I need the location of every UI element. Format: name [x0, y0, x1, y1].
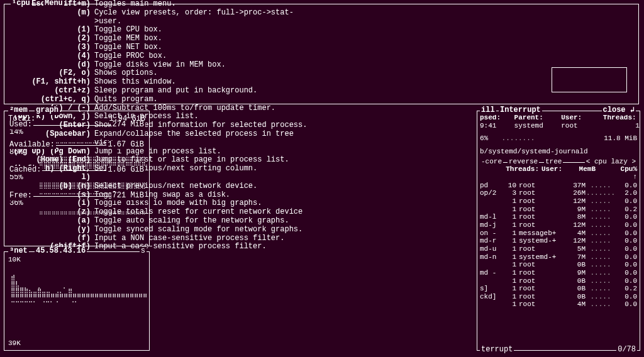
col-cpu[interactable]: Cpu% ↑: [616, 165, 637, 181]
proc-parent-label: Parent:: [514, 114, 557, 122]
cpu-inset-box: [552, 67, 627, 92]
proc-cell-mem: 5M: [563, 245, 586, 253]
proc-cell-graph: .....: [586, 221, 616, 229]
proc-interrupt-button[interactable]: Interrupt: [499, 106, 542, 115]
process-row[interactable]: pd10root37M.....0.0: [480, 182, 637, 190]
process-row[interactable]: md-l1root8M.....0.0: [480, 213, 637, 221]
process-row[interactable]: 1root9M.....0.2: [480, 206, 637, 214]
mem-free-bar: ⣤⣤⣤⣤⣤⣤⣤⣤⣤⣤⣤⣤⣤⣤⣤⣤⣤⣤⣤⣤⣤⣤⣤⣤⣤⣤: [8, 209, 145, 215]
proc-cell-mem: 0B: [563, 285, 586, 293]
proc-cell-name: pd: [480, 182, 504, 190]
mem-avail-label: Available:: [8, 141, 56, 150]
proc-cell-graph: .....: [586, 245, 616, 253]
proc-cell-threads: 10: [504, 182, 519, 190]
proc-cell-graph: .....: [586, 285, 616, 293]
proc-cell-user: root: [519, 293, 563, 301]
proc-cell-graph: .....: [586, 182, 616, 190]
proc-cell-graph: .....: [586, 197, 616, 206]
proc-cell-cpu: 0.0: [616, 197, 637, 206]
proc-cell-user: systemd-+: [519, 237, 563, 245]
proc-path: b/systemd/systemd-journald: [480, 148, 637, 156]
proc-cell-mem: 4M: [563, 300, 586, 309]
proc-cell-threads: 1: [504, 269, 519, 277]
sort-core-button[interactable]: -core: [480, 158, 503, 166]
col-graph: [596, 165, 616, 181]
proc-cell-cpu: 0.0: [616, 269, 637, 277]
proc-cell-name: md-r: [480, 237, 504, 245]
mem-cached-label: Cached:: [8, 166, 42, 175]
mem-avail-divider: Available: 1.67 GiB: [8, 145, 145, 146]
process-row[interactable]: op/23root26M.......2.0: [480, 189, 637, 197]
proc-cell-name: [480, 206, 504, 214]
mem-box: ²mem graph Total: 1.94 GiB Used: 274 MiB…: [4, 111, 150, 246]
menu-button[interactable]: Menu: [43, 0, 64, 8]
proc-cell-mem: 8M: [563, 213, 586, 221]
proc-cell-name: md -: [480, 269, 504, 277]
col-name[interactable]: [480, 165, 504, 181]
proc-cell-name: md-u: [480, 245, 504, 253]
proc-cell-name: [480, 277, 504, 285]
mem-tab[interactable]: ²mem: [8, 106, 29, 115]
proc-cell-user: root: [519, 245, 563, 253]
proc-cell-name: on -: [480, 229, 504, 238]
proc-close-button[interactable]: close ↲: [602, 106, 636, 115]
proc-cell-graph: .....: [586, 300, 616, 309]
proc-cell-mem: 0B: [563, 277, 586, 285]
proc-cell-user: systemd-+: [519, 253, 563, 261]
process-row[interactable]: 1root12M.....0.0: [480, 197, 637, 206]
proc-cell-mem: 7M: [563, 253, 586, 261]
process-row[interactable]: on -1messageb+4M.....0.0: [480, 229, 637, 238]
sort-tree-button[interactable]: tree: [544, 158, 563, 166]
proc-cell-user: root: [519, 213, 563, 221]
process-row[interactable]: md-n1systemd-+7M.....0.0: [480, 253, 637, 261]
proc-cell-name: [480, 261, 504, 269]
proc-cell-graph: .....: [586, 229, 616, 238]
proc-cell-user: root: [519, 285, 563, 293]
mem-view-mode[interactable]: graph: [35, 106, 60, 115]
mem-used-divider: Used: 274 MiB: [8, 125, 145, 126]
proc-cell-cpu: 0.0: [616, 253, 637, 261]
proc-cell-cpu: 0.2: [616, 206, 637, 214]
proc-cell-mem: 37M: [563, 182, 586, 190]
net-graph: ⢀ ⣿⡀ ⣿⣧⣀⡀ ⢀ ⡀ ⣿⣿⣿⣿⣦⣤⣿⣤⣤⣀⣠⣄⣀⣿⣀⣀⣀⣀⣀⣀⣀⣀⣀⣀⣀⣀…: [8, 264, 145, 314]
proc-cell-graph: .....: [586, 237, 616, 245]
proc-cell-cpu: 0.0: [616, 182, 637, 190]
process-row[interactable]: 1root0B.....0.0: [480, 261, 637, 269]
process-row[interactable]: md-j1root12M.....0.0: [480, 221, 637, 229]
proc-cell-cpu: 0.0: [616, 213, 637, 221]
process-row[interactable]: md-u1root5M.....0.0: [480, 245, 637, 253]
proc-cell-name: [480, 197, 504, 206]
cpu-tab[interactable]: ¹cpu: [11, 0, 31, 8]
process-row[interactable]: s]1root0B.....0.2: [480, 285, 637, 293]
proc-user-value: root: [561, 122, 599, 130]
net-interface[interactable]: 45.58.43.16: [35, 247, 87, 256]
process-row[interactable]: md -1root9M.....0.0: [480, 269, 637, 277]
cpu-box: ¹cpu Menu: [4, 4, 639, 104]
proc-cell-threads: 1: [504, 229, 519, 238]
col-memb[interactable]: MemB: [573, 165, 596, 181]
proc-cell-mem: 12M: [563, 197, 586, 206]
col-threads[interactable]: Threads:: [504, 165, 541, 181]
proc-sort-bar: -core reverse tree < cpu lazy >: [480, 162, 637, 163]
process-row[interactable]: md-r1systemd-+12M.....0.0: [480, 237, 637, 245]
proc-cell-cpu: 0.0: [616, 293, 637, 301]
mem-used-value: 274 MiB: [111, 121, 145, 129]
process-row[interactable]: 1root4M.....0.0: [480, 300, 637, 309]
col-user[interactable]: User:: [541, 165, 573, 181]
proc-cell-graph: .....: [586, 293, 616, 301]
proc-cell-graph: .....: [586, 261, 616, 269]
mem-used-label: Used:: [8, 121, 33, 129]
proc-cell-graph: .....: [586, 269, 616, 277]
sort-cpu-lazy-button[interactable]: < cpu lazy >: [585, 158, 637, 166]
sort-reverse-button[interactable]: reverse: [508, 158, 539, 166]
proc-cell-threads: 1: [504, 221, 519, 229]
process-row[interactable]: ckd]1root0B.....0.0: [480, 293, 637, 301]
process-row[interactable]: 1root0B.....0.0: [480, 277, 637, 285]
proc-threads-label: Threads:: [603, 114, 636, 122]
proc-cell-mem: 0B: [563, 261, 586, 269]
net-tab[interactable]: ³net: [8, 247, 29, 256]
proc-cell-cpu: 0.0: [616, 237, 637, 245]
proc-cell-name: ckd]: [480, 293, 504, 301]
net-side-indicator: s: [140, 247, 147, 256]
proc-cell-user: root: [519, 182, 563, 190]
